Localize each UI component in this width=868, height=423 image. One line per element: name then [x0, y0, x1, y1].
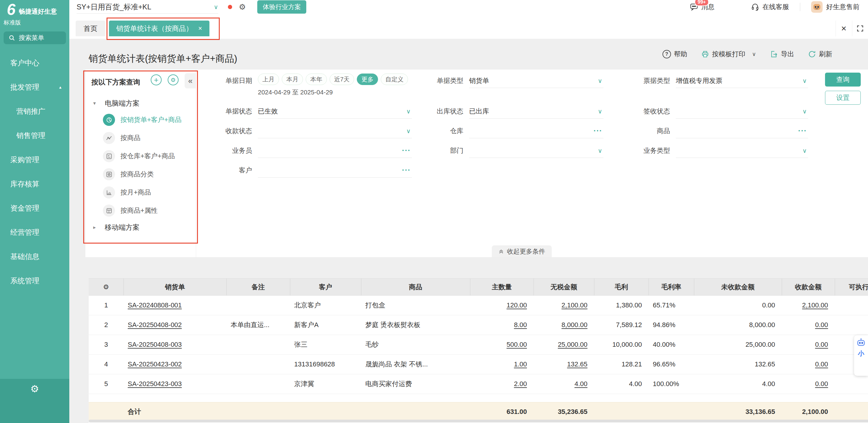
qty-link[interactable]: 500.00	[507, 341, 527, 348]
chip-last-7-days[interactable]: 近7天	[330, 73, 354, 85]
help-button[interactable]: ? 帮助	[662, 50, 687, 59]
sidebar-item-sales[interactable]: 销售管理	[0, 124, 69, 148]
sidebar-item-marketing[interactable]: 营销推广	[0, 99, 69, 124]
account-selector[interactable]: SY+日用百货_标准+KL ∨	[76, 1, 218, 13]
select-order-status[interactable]: 已生效 ∨	[258, 104, 412, 119]
select-outbound-status[interactable]: 已出库 ∨	[469, 104, 603, 119]
order-link[interactable]: SA-20240808-001	[128, 301, 182, 309]
avatar[interactable]	[811, 1, 823, 13]
chip-this-year[interactable]: 本年	[306, 73, 327, 85]
qty-link[interactable]: 2.00	[514, 380, 527, 388]
tab-sales-report[interactable]: 销货单统计表（按商品） ×	[109, 21, 210, 36]
paid-link[interactable]: 0.00	[815, 360, 828, 368]
paid-link[interactable]: 0.00	[815, 380, 828, 388]
refresh-button[interactable]: 刷新	[808, 50, 832, 59]
col-header-profit[interactable]: 毛利	[594, 279, 649, 296]
plan-item-order-customer-product[interactable]: 按销货单+客户+商品	[85, 111, 195, 129]
order-link[interactable]: SA-20250423-002	[128, 360, 182, 368]
plan-settings-button[interactable]: ⚙	[168, 74, 179, 85]
amount-link[interactable]: 4.00	[575, 380, 587, 388]
col-header-amount[interactable]: 无税金额	[534, 279, 594, 296]
chip-last-month[interactable]: 上月	[258, 73, 279, 85]
paid-link[interactable]: 2,100.00	[802, 301, 828, 309]
amount-link[interactable]: 2,100.00	[561, 301, 587, 309]
collapse-panel-button[interactable]: «	[185, 73, 196, 88]
col-header-order[interactable]: 销货单	[123, 279, 226, 296]
order-link[interactable]: SA-20250408-003	[128, 341, 182, 348]
plan-item-month-product[interactable]: 按月+商品	[85, 183, 195, 201]
order-link[interactable]: SA-20250408-002	[128, 321, 182, 329]
close-tabs-button[interactable]: ×	[836, 21, 851, 36]
sidebar-item-customer-center[interactable]: 客户中心	[0, 51, 69, 75]
sidebar-item-funds[interactable]: 资金管理	[0, 196, 69, 220]
tree-group-desktop[interactable]: ▾ 电脑端方案	[85, 96, 195, 111]
col-header-unpaid[interactable]: 未收款金额	[694, 279, 782, 296]
sidebar-item-operations[interactable]: 经营管理	[0, 220, 69, 245]
trial-industry-button[interactable]: 体验行业方案	[257, 0, 306, 13]
sidebar-item-inventory[interactable]: 库存核算	[0, 172, 69, 196]
fullscreen-button[interactable]	[852, 21, 868, 36]
picker-warehouse[interactable]: ···	[469, 124, 603, 138]
horizontal-scrollbar[interactable]	[89, 420, 868, 422]
add-plan-button[interactable]: +	[151, 74, 162, 85]
date-range-input[interactable]: 2024-04-29 至 2025-04-29	[258, 88, 412, 97]
sidebar-item-system[interactable]: 系统管理	[0, 269, 69, 293]
gear-icon[interactable]: ⚙	[239, 2, 246, 12]
plan-item-warehouse-customer-product[interactable]: 按仓库+客户+商品	[85, 147, 195, 165]
ai-assistant-widget[interactable]: 小	[854, 335, 868, 376]
print-template-button[interactable]: 按模板打印 ∨	[701, 50, 756, 59]
col-header-margin[interactable]: 毛利率	[649, 279, 694, 296]
select-order-type[interactable]: 销货单 ∨	[469, 73, 603, 88]
select-invoice-type[interactable]: 增值税专用发票 ∨	[676, 73, 808, 88]
paid-link[interactable]: 0.00	[815, 321, 828, 329]
close-icon[interactable]: ×	[198, 25, 202, 32]
product-cell: 电商买家付运费	[361, 374, 470, 394]
amount-link[interactable]: 132.65	[567, 360, 587, 368]
qty-link[interactable]: 1.00	[514, 360, 527, 368]
col-header-paid[interactable]: 收款金额	[782, 279, 835, 296]
chip-more[interactable]: 更多	[357, 73, 378, 85]
amount-link[interactable]: 8,000.00	[561, 321, 587, 329]
total-qty: 631.00	[470, 402, 534, 422]
query-button[interactable]: 查询	[825, 73, 861, 87]
red-packet-icon[interactable]	[228, 5, 232, 9]
collapse-conditions-button[interactable]: 收起更多条件	[492, 246, 552, 257]
column-settings-button[interactable]: ⚙	[89, 279, 123, 296]
picker-salesperson[interactable]: ···	[258, 143, 412, 158]
col-header-product[interactable]: 商品	[361, 279, 470, 296]
search-menu[interactable]: 搜索菜单	[4, 31, 66, 44]
plan-item-product-category[interactable]: 按商品分类	[85, 165, 195, 183]
select-sign-status[interactable]: ∨	[676, 104, 808, 119]
settings-button[interactable]: 设置	[825, 91, 861, 105]
export-button[interactable]: 导出	[770, 50, 794, 59]
plan-item-product-attribute[interactable]: 按商品+属性	[85, 201, 195, 220]
chip-this-month[interactable]: 本月	[282, 73, 303, 85]
chip-custom[interactable]: 自定义	[381, 73, 408, 85]
qty-link[interactable]: 8.00	[514, 321, 527, 329]
select-department[interactable]: ∨	[469, 143, 603, 158]
sidebar-item-wholesale[interactable]: 批发管理▴	[0, 75, 69, 99]
qty-link[interactable]: 120.00	[507, 301, 527, 309]
col-header-qty[interactable]: 主数量	[470, 279, 534, 296]
tree-group-mobile[interactable]: ▸ 移动端方案	[85, 220, 195, 235]
col-header-executable[interactable]: 可执行	[835, 279, 868, 296]
profit-cell: 1,380.00	[594, 296, 649, 315]
select-business-type[interactable]: ∨	[676, 143, 808, 158]
tab-home[interactable]: 首页	[76, 21, 105, 36]
online-support-button[interactable]: 在线客服	[751, 2, 789, 11]
sidebar-item-purchase[interactable]: 采购管理	[0, 148, 69, 172]
picker-customer[interactable]: ···	[258, 163, 412, 177]
picker-product[interactable]: ···	[676, 124, 808, 138]
select-payment-status[interactable]: ∨	[258, 124, 412, 138]
plan-item-by-product[interactable]: 按商品	[85, 129, 195, 147]
col-header-note[interactable]: 备注	[226, 279, 290, 296]
sidebar-item-basic-info[interactable]: 基础信息	[0, 245, 69, 269]
col-header-customer[interactable]: 客户	[290, 279, 361, 296]
paid-link[interactable]: 0.00	[815, 341, 828, 348]
messages-button[interactable]: 消息 99+	[690, 2, 715, 11]
user-name[interactable]: 好生意售前	[826, 2, 860, 11]
product-cell: 打包盒	[361, 296, 470, 315]
amount-link[interactable]: 25,000.00	[558, 341, 587, 348]
gear-icon[interactable]: ⚙	[30, 383, 39, 395]
order-link[interactable]: SA-20250423-003	[128, 380, 182, 388]
